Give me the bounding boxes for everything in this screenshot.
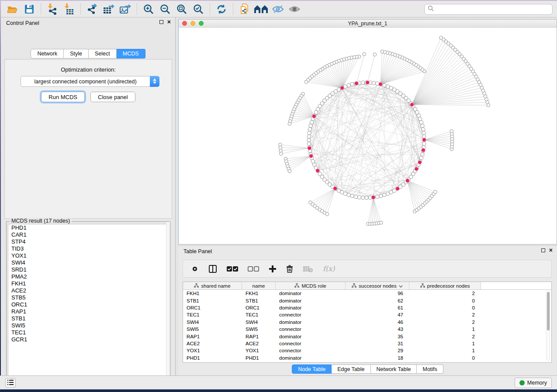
first-neighbors-button[interactable] — [253, 2, 270, 16]
export-table-button[interactable] — [100, 2, 117, 16]
refresh-button[interactable] — [213, 2, 230, 16]
column-header-MCDS-role[interactable]: MCDS role — [276, 282, 346, 289]
cell-predecessor_nodes: 0 — [409, 304, 481, 311]
optimization-criterion-select[interactable]: largest connected component (undirected) — [21, 76, 159, 87]
close-panel-button[interactable]: Close panel — [90, 92, 135, 102]
network-window-titlebar[interactable]: YPA_prune.txt_1 — [179, 20, 557, 28]
table-row[interactable]: FKH1FKH1dominator962 — [183, 290, 551, 297]
save-button[interactable] — [21, 2, 38, 16]
mcds-result-item[interactable]: PMA2 — [8, 273, 168, 280]
import-network-icon — [47, 3, 58, 15]
mcds-result-item[interactable]: RAP1 — [8, 308, 168, 315]
open-file-button[interactable] — [4, 2, 21, 16]
zoom-in-icon — [143, 3, 154, 15]
tab-mcds[interactable]: MCDS — [117, 49, 145, 58]
mcds-result-item[interactable]: YOX1 — [8, 252, 168, 259]
import-network-button[interactable] — [44, 2, 61, 16]
table-row[interactable]: TEC1TEC1connector472 — [183, 311, 551, 318]
cell-mcds_role: connector — [276, 347, 346, 354]
tab-select[interactable]: Select — [89, 49, 117, 58]
cell-name: YOX1 — [242, 347, 276, 354]
run-mcds-button[interactable]: Run MCDS — [41, 92, 85, 102]
mcds-result-item[interactable]: CAR1 — [8, 231, 168, 238]
settings-gear-icon[interactable] — [191, 265, 199, 273]
table-row[interactable]: STB1STB1dominator620 — [183, 297, 551, 304]
mcds-result-item[interactable]: SWI5 — [8, 322, 168, 329]
cell-mcds_role: dominator — [276, 290, 346, 297]
column-header-name[interactable]: name — [242, 282, 276, 289]
close-table-panel-icon[interactable]: × — [549, 248, 553, 252]
table-row[interactable]: ACE2ACE2connector311 — [183, 340, 551, 347]
cell-mcds_role: dominator — [276, 333, 346, 340]
first-neighbors-icon — [254, 4, 269, 14]
mcds-result-item[interactable]: GCR1 — [8, 336, 168, 343]
cell-name: TEC1 — [242, 311, 276, 318]
mcds-result-item[interactable]: ACE2 — [8, 287, 168, 294]
search-input[interactable] — [424, 4, 553, 15]
import-table-button[interactable] — [61, 2, 77, 16]
zoom-selected-button[interactable] — [190, 2, 207, 16]
mcds-result-item[interactable]: STB5 — [8, 294, 168, 301]
mcds-result-list[interactable]: PHD1CAR1STP4TID3YOX1SWI4SRD1PMA2FKH1ACE2… — [8, 224, 169, 382]
memory-button[interactable]: Memory — [515, 378, 552, 388]
tab-style[interactable]: Style — [64, 49, 89, 58]
cell-shared_name: STB1 — [183, 297, 242, 304]
mcds-result-item[interactable]: STP4 — [8, 238, 168, 245]
control-panel-tabs: Network Style Select MCDS — [1, 49, 175, 58]
column-header-predecessor-nodes[interactable]: predecessor nodes — [409, 282, 481, 289]
sort-descending-icon — [399, 283, 403, 289]
mcds-result-item[interactable]: TEC1 — [8, 329, 168, 336]
tab-node-table[interactable]: Node Table — [292, 364, 332, 374]
zoom-out-button[interactable] — [157, 2, 173, 16]
zoom-selected-icon — [193, 3, 204, 15]
table-row[interactable]: ORC1ORC1dominator610 — [183, 304, 551, 311]
column-header-successor-nodes[interactable]: successor nodes — [346, 282, 409, 289]
mcds-result-item[interactable]: FKH1 — [8, 280, 168, 287]
table-row[interactable]: YOX1YOX1connector291 — [183, 347, 551, 354]
tab-motifs[interactable]: Motifs — [417, 364, 443, 374]
cell-shared_name: SWI5 — [183, 326, 242, 333]
tasks-menu-button[interactable] — [5, 378, 16, 388]
cell-shared_name: PHD1 — [183, 354, 242, 361]
hide-selected-button[interactable] — [270, 2, 286, 16]
cell-successor_nodes: 47 — [346, 311, 409, 318]
export-network-button[interactable] — [84, 2, 100, 16]
control-panel-title: Control Panel — [6, 20, 39, 26]
close-panel-icon[interactable]: × — [167, 20, 171, 24]
zoom-out-icon — [159, 3, 171, 15]
show-all-button[interactable] — [286, 2, 303, 16]
float-table-panel-icon[interactable] — [541, 248, 545, 252]
table-scrollbar[interactable] — [546, 291, 550, 361]
tab-network[interactable]: Network — [31, 49, 64, 58]
table-row[interactable]: RAP1RAP1dominator352 — [183, 333, 551, 340]
mcds-result-item[interactable]: STB1 — [8, 315, 168, 322]
mcds-list-scrollbar[interactable] — [166, 222, 170, 383]
scrollbar-thumb[interactable] — [547, 292, 550, 330]
zoom-fit-button[interactable] — [173, 2, 190, 16]
export-image-button[interactable] — [117, 2, 134, 16]
zoom-in-button[interactable] — [140, 2, 157, 16]
tab-network-table[interactable]: Network Table — [371, 364, 417, 374]
mcds-result-item[interactable]: PHD1 — [8, 224, 168, 231]
table-row[interactable]: SWI4SWI4dominator462 — [183, 319, 551, 326]
table-row[interactable]: SWI5SWI5connector431 — [183, 326, 551, 333]
mcds-result-item[interactable]: SWI4 — [8, 259, 168, 266]
table-tabs: Node Table Edge Table Network Table Moti… — [178, 364, 557, 374]
deselect-all-icon[interactable] — [248, 266, 259, 272]
mcds-result-item[interactable]: ORC1 — [8, 301, 168, 308]
float-panel-icon[interactable] — [159, 20, 163, 24]
mcds-result-item[interactable]: TID3 — [8, 245, 168, 252]
column-header-shared-name[interactable]: shared name — [183, 282, 242, 289]
toolbar-separator — [41, 3, 41, 15]
delete-row-icon[interactable] — [286, 265, 293, 273]
clone-network-button[interactable] — [236, 2, 253, 16]
network-graph[interactable] — [179, 28, 557, 245]
show-column-icon[interactable] — [208, 265, 217, 273]
cell-predecessor_nodes: 0 — [409, 297, 481, 304]
network-canvas[interactable] — [179, 28, 557, 244]
select-all-icon[interactable] — [227, 266, 238, 272]
tab-edge-table[interactable]: Edge Table — [332, 364, 370, 374]
add-row-icon[interactable] — [269, 265, 277, 273]
mcds-result-item[interactable]: SRD1 — [8, 266, 168, 273]
table-row[interactable]: PHD1PHD1dominator180 — [183, 354, 551, 361]
